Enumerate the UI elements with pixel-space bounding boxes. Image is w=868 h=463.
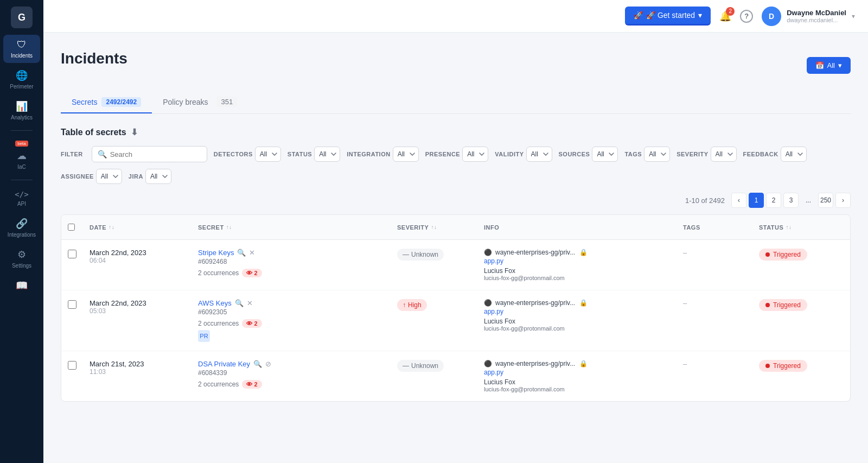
integration-select[interactable]: All: [393, 147, 419, 162]
search-input[interactable]: [110, 150, 201, 158]
prev-page-button[interactable]: ‹: [731, 193, 746, 208]
page-3-button[interactable]: 3: [783, 193, 799, 208]
filter-group-validity: VALIDITY All: [495, 147, 552, 162]
sidebar-item-label: Integrations: [8, 232, 36, 238]
download-icon[interactable]: ⬇: [131, 127, 138, 137]
sidebar-item-label: API: [17, 201, 26, 207]
page-1-button[interactable]: 1: [749, 193, 764, 208]
person-email: lucius-fox-gg@protonmail.com: [484, 275, 670, 281]
row-checkbox[interactable]: [68, 300, 76, 309]
sidebar-item-analytics[interactable]: 📊 Analytics: [3, 96, 40, 125]
date-cell: March 21st, 2023 11:03: [83, 353, 192, 382]
close-icon[interactable]: ✕: [247, 299, 253, 307]
detectors-label: DETECTORS: [214, 151, 253, 157]
github-icon: ⚫: [484, 299, 492, 307]
table-header-row: Table of secrets ⬇: [61, 127, 851, 137]
severity-column-header[interactable]: SEVERITY ↑↓: [391, 219, 477, 235]
tab-policy-breaks[interactable]: Policy breaks 351: [152, 91, 248, 113]
sidebar-item-iac[interactable]: beta ☁ IaC: [3, 136, 40, 174]
status-cell: Triggered: [752, 293, 850, 318]
secret-name-link[interactable]: AWS Keys: [198, 299, 232, 307]
jira-label: JIRA: [129, 173, 143, 180]
pr-icon[interactable]: PR: [198, 330, 210, 342]
tags-select[interactable]: All: [644, 147, 670, 162]
detectors-select[interactable]: All: [255, 147, 281, 162]
eye-icon: 👁: [246, 320, 252, 327]
date-column-header[interactable]: DATE ↑↓: [83, 219, 192, 235]
presence-select[interactable]: All: [462, 147, 488, 162]
assignee-select[interactable]: All: [96, 169, 122, 184]
file-link[interactable]: app.py: [484, 308, 670, 315]
occurrences-badge: 👁 2: [242, 319, 261, 328]
sidebar-logo[interactable]: G: [11, 7, 33, 28]
secret-name-row: Stripe Keys 🔍 ✕: [198, 249, 384, 257]
block-icon[interactable]: ⊘: [265, 360, 271, 368]
status-column-header[interactable]: STATUS ↑↓: [752, 219, 850, 235]
search-detail-icon[interactable]: 🔍: [253, 360, 262, 368]
validity-select[interactable]: All: [526, 147, 552, 162]
tags-cell: –: [676, 293, 752, 314]
search-detail-icon[interactable]: 🔍: [235, 299, 244, 307]
notification-bell[interactable]: 🔔 2: [719, 10, 731, 22]
filter-group-tags: TAGS All: [624, 147, 670, 162]
secret-name-link[interactable]: Stripe Keys: [198, 249, 234, 257]
sidebar-item-integrations[interactable]: 🔗 Integrations: [3, 213, 40, 242]
filter-group-assignee: ASSIGNEE All: [61, 169, 122, 184]
severity-cell: — Unknown: [391, 353, 477, 378]
feedback-label: FEEDBACK: [743, 151, 778, 157]
all-label: All: [827, 61, 835, 69]
jira-select[interactable]: All: [145, 169, 171, 184]
secret-name-link[interactable]: DSA Private Key: [198, 360, 250, 368]
tags-column-header: TAGS: [676, 219, 752, 235]
question-icon: ?: [740, 10, 753, 23]
page-2-button[interactable]: 2: [766, 193, 781, 208]
rocket-icon: 🚀: [634, 11, 643, 20]
row-checkbox[interactable]: [68, 361, 76, 370]
page-250-button[interactable]: 250: [818, 193, 833, 208]
sources-select[interactable]: All: [592, 147, 618, 162]
sidebar-item-label: IaC: [17, 164, 26, 170]
severity-select[interactable]: All: [711, 147, 737, 162]
file-link[interactable]: app.py: [484, 369, 670, 376]
user-email: dwayne.mcdaniel...: [787, 17, 846, 23]
status-dot: [765, 364, 770, 368]
cloud-icon: ☁: [17, 150, 27, 162]
all-button[interactable]: 📅 All ▾: [807, 57, 851, 74]
time-value: 06:04: [90, 257, 185, 264]
time-value: 05:03: [90, 307, 185, 315]
secret-id: #6084339: [198, 369, 384, 377]
integrations-icon: 🔗: [16, 218, 28, 230]
close-icon[interactable]: ✕: [249, 249, 255, 257]
status-badge: Triggered: [759, 360, 807, 372]
get-started-button[interactable]: 🚀 🚀 Get started ▾: [625, 7, 711, 26]
help-button[interactable]: ?: [740, 10, 753, 23]
sidebar-item-api[interactable]: </> API: [3, 186, 40, 211]
user-menu[interactable]: D Dwayne McDaniel dwayne.mcdaniel... ▾: [762, 7, 855, 26]
filter-group-detectors: DETECTORS All: [214, 147, 281, 162]
integration-label: INTEGRATION: [347, 151, 390, 157]
dash-icon: —: [403, 362, 409, 370]
sidebar-item-perimeter[interactable]: 🌐 Perimeter: [3, 65, 40, 94]
lock-icon: 🔒: [579, 299, 588, 307]
tab-label: Secrets: [72, 98, 97, 106]
checkbox-header: [61, 219, 83, 235]
file-link[interactable]: app.py: [484, 257, 670, 265]
row-checkbox[interactable]: [68, 250, 76, 258]
github-icon: ⚫: [484, 249, 492, 256]
search-detail-icon[interactable]: 🔍: [237, 249, 246, 257]
sidebar-item-settings[interactable]: ⚙ Settings: [3, 244, 40, 273]
sidebar-item-incidents[interactable]: 🛡 Incidents: [3, 35, 40, 63]
sidebar-item-docs[interactable]: 📖: [3, 275, 40, 296]
github-icon: ⚫: [484, 360, 492, 367]
next-page-button[interactable]: ›: [835, 193, 851, 208]
user-name: Dwayne McDaniel: [787, 9, 846, 17]
select-all-checkbox[interactable]: [68, 224, 75, 231]
up-icon: ↑: [403, 301, 406, 309]
tab-secrets[interactable]: Secrets 2492/2492: [61, 92, 152, 113]
severity-badge: — Unknown: [397, 249, 444, 261]
feedback-select[interactable]: All: [781, 147, 807, 162]
status-select[interactable]: All: [314, 147, 340, 162]
table-title: Table of secrets ⬇: [61, 127, 138, 137]
secrets-count-badge: 2492/2492: [101, 97, 141, 107]
secret-column-header[interactable]: SECRET ↑↓: [192, 219, 391, 235]
